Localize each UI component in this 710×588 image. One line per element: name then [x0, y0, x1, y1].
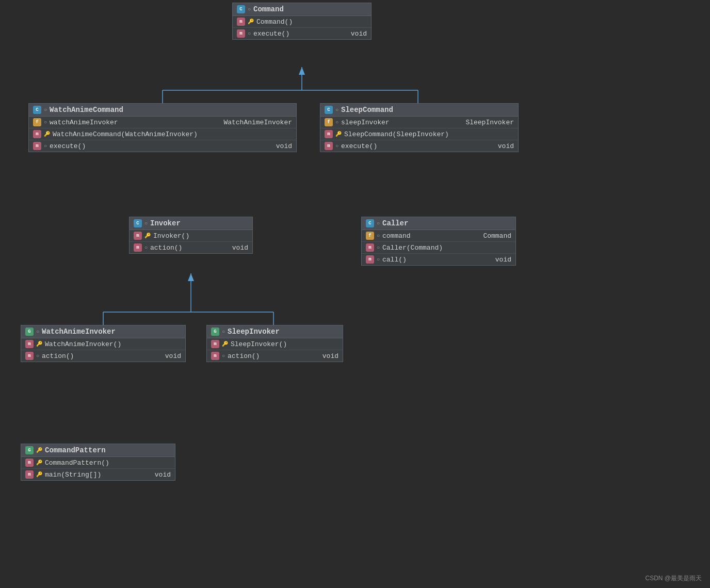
diagram-container: C ○ Command m 🔑 Command() m ○ execute() … — [0, 0, 710, 588]
command-pattern-box: G 🔑 CommandPattern m 🔑 CommandPattern() … — [21, 444, 175, 481]
inv-badge-c: C — [134, 219, 142, 227]
badge-f-3: f — [366, 232, 374, 240]
command-execute-label: execute() — [253, 30, 348, 38]
badge-m-6: m — [325, 142, 333, 150]
badge-m-11: m — [25, 340, 34, 348]
badge-m-3: m — [33, 130, 41, 138]
cp-row-constructor: m 🔑 CommandPattern() — [21, 457, 175, 469]
inv-row-constructor: m 🔑 Invoker() — [130, 230, 252, 242]
wac-field-type: WatchAnimeInvoker — [223, 119, 292, 126]
si-action-label: action() — [228, 352, 320, 360]
cp-badge-g: G — [25, 446, 34, 454]
inv-constructor-label: Invoker() — [153, 232, 248, 240]
arrows-svg — [0, 0, 710, 588]
sc-execute-type: void — [498, 142, 514, 150]
badge-m-15: m — [25, 459, 34, 467]
watch-anime-invoker-box: G ○ WatchAnimeInvoker m 🔑 WatchAnimeInvo… — [21, 325, 186, 362]
badge-m-12: m — [25, 352, 34, 360]
sc-field-label: sleepInvoker — [341, 119, 463, 126]
cal-call-type: void — [495, 256, 511, 264]
cal-call-label: call() — [382, 256, 493, 264]
wac-badge-c: C — [33, 106, 41, 114]
sleep-command-title: SleepCommand — [341, 106, 393, 114]
cal-row-constructor: m ○ Caller(Command) — [362, 242, 515, 254]
wac-execute-type: void — [276, 142, 292, 150]
si-header: G ○ SleepInvoker — [207, 325, 343, 338]
watch-anime-command-title: WatchAnimeCommand — [50, 106, 123, 114]
command-header: C ○ Command — [233, 3, 371, 16]
command-row-execute: m ○ execute() void — [233, 28, 371, 39]
cp-title: CommandPattern — [45, 446, 106, 454]
badge-m-13: m — [211, 340, 219, 348]
sc-field-type: SleepInvoker — [465, 119, 514, 126]
invoker-title: Invoker — [150, 219, 181, 227]
sc-constructor-label: SleepCommand(SleepInvoker) — [344, 130, 514, 138]
badge-m-14: m — [211, 352, 219, 360]
wac-row-constructor: m 🔑 WatchAnimeCommand(WatchAnimeInvoker) — [29, 128, 296, 140]
cal-row-call: m ○ call() void — [362, 254, 515, 265]
badge-m-2: m — [237, 29, 245, 38]
badge-m-1: m — [237, 18, 245, 26]
watch-anime-command-header: C ○ WatchAnimeCommand — [29, 104, 296, 117]
wac-execute-label: execute() — [50, 142, 273, 150]
wai-badge-g: G — [25, 328, 34, 336]
command-execute-type: void — [351, 30, 367, 38]
command-constructor-label: Command() — [256, 18, 367, 26]
wac-field-label: watchAnimeInvoker — [50, 119, 221, 126]
inv-row-action: m ○ action() void — [130, 242, 252, 253]
caller-header: C ○ Caller — [362, 217, 515, 230]
badge-m-8: m — [134, 243, 142, 252]
sc-row-constructor: m 🔑 SleepCommand(SleepInvoker) — [320, 128, 518, 140]
command-row-constructor: m 🔑 Command() — [233, 16, 371, 28]
cp-main-type: void — [155, 471, 171, 479]
cal-field-type: Command — [483, 232, 511, 240]
invoker-box: C ○ Invoker m 🔑 Invoker() m ○ action() v… — [129, 217, 253, 254]
si-constructor-label: SleepInvoker() — [231, 340, 338, 348]
cp-constructor-label: CommandPattern() — [45, 459, 171, 467]
wai-header: G ○ WatchAnimeInvoker — [21, 325, 185, 338]
badge-f-2: f — [325, 118, 333, 126]
caller-box: C ○ Caller f ○ command Command m ○ Calle… — [361, 217, 516, 266]
si-row-constructor: m 🔑 SleepInvoker() — [207, 338, 343, 350]
cal-constructor-label: Caller(Command) — [382, 244, 511, 252]
si-title: SleepInvoker — [228, 328, 280, 336]
wai-action-label: action() — [42, 352, 163, 360]
badge-m-10: m — [366, 255, 374, 264]
invoker-header: C ○ Invoker — [130, 217, 252, 230]
badge-m-16: m — [25, 470, 34, 479]
wai-row-action: m ○ action() void — [21, 350, 185, 362]
badge-f-1: f — [33, 118, 41, 126]
command-badge-c: C — [237, 5, 245, 13]
sc-row-execute: m ○ execute() void — [320, 140, 518, 152]
sc-badge-c: C — [325, 106, 333, 114]
inv-action-label: action() — [150, 244, 230, 252]
cal-badge-c: C — [366, 219, 374, 227]
sleep-invoker-box: G ○ SleepInvoker m 🔑 SleepInvoker() m ○ … — [206, 325, 343, 362]
badge-m-5: m — [325, 130, 333, 138]
wac-row-field: f ○ watchAnimeInvoker WatchAnimeInvoker — [29, 117, 296, 128]
cp-row-main: m 🔑 main(String[]) void — [21, 469, 175, 480]
svg-marker-4 — [299, 67, 305, 75]
command-title: Command — [253, 5, 284, 13]
cp-header: G 🔑 CommandPattern — [21, 444, 175, 457]
wai-constructor-label: WatchAnimeInvoker() — [45, 340, 181, 348]
cal-field-label: command — [382, 232, 480, 240]
wai-row-constructor: m 🔑 WatchAnimeInvoker() — [21, 338, 185, 350]
sc-execute-label: execute() — [341, 142, 495, 150]
command-box: C ○ Command m 🔑 Command() m ○ execute() … — [232, 3, 372, 40]
badge-m-9: m — [366, 243, 374, 252]
watch-anime-command-box: C ○ WatchAnimeCommand f ○ watchAnimeInvo… — [28, 103, 297, 152]
inv-action-type: void — [232, 244, 248, 252]
si-row-action: m ○ action() void — [207, 350, 343, 362]
svg-marker-9 — [188, 273, 194, 281]
sc-row-field: f ○ sleepInvoker SleepInvoker — [320, 117, 518, 128]
wac-row-execute: m ○ execute() void — [29, 140, 296, 152]
cp-main-label: main(String[]) — [45, 471, 152, 479]
badge-m-7: m — [134, 232, 142, 240]
si-action-type: void — [322, 352, 338, 360]
badge-m-4: m — [33, 142, 41, 150]
watermark: CSDN @最美是雨天 — [645, 574, 702, 583]
wai-title: WatchAnimeInvoker — [42, 328, 116, 336]
sleep-command-header: C ○ SleepCommand — [320, 104, 518, 117]
wac-constructor-label: WatchAnimeCommand(WatchAnimeInvoker) — [53, 130, 292, 138]
